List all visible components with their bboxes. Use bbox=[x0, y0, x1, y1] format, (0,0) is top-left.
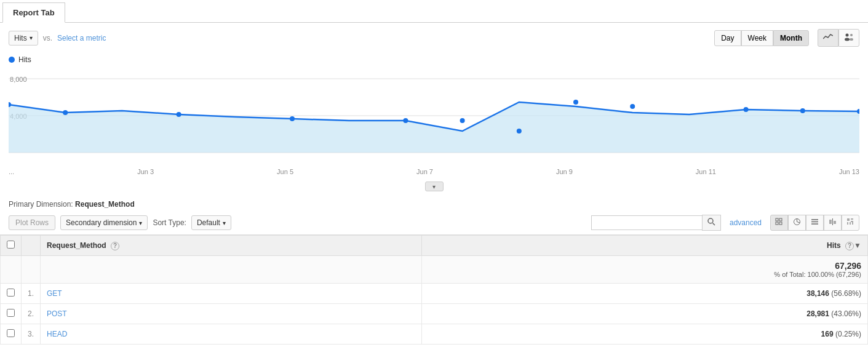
period-buttons: Day Week Month bbox=[714, 30, 809, 46]
x-label-0: ... bbox=[9, 168, 14, 175]
total-label-cell bbox=[41, 256, 422, 284]
svg-line-30 bbox=[797, 222, 800, 223]
view-buttons bbox=[770, 215, 859, 231]
svg-point-20 bbox=[800, 108, 805, 113]
total-hits-pct: % of Total: 100.00% (67,296) bbox=[428, 271, 861, 278]
secondary-dim-chevron-icon: ▾ bbox=[139, 220, 142, 226]
period-week-button[interactable]: Week bbox=[741, 30, 773, 46]
svg-rect-42 bbox=[852, 222, 853, 225]
secondary-dimension-button[interactable]: Secondary dimension ▾ bbox=[60, 215, 148, 230]
svg-rect-35 bbox=[829, 220, 832, 224]
svg-point-3 bbox=[850, 38, 853, 41]
x-label-1: Jun 3 bbox=[137, 168, 154, 175]
vs-label: vs. bbox=[43, 34, 52, 42]
method-help-icon[interactable]: ? bbox=[111, 242, 119, 250]
x-label-2: Jun 5 bbox=[277, 168, 293, 175]
plot-rows-button[interactable]: Plot Rows bbox=[9, 215, 55, 230]
list-icon bbox=[811, 218, 819, 226]
pie-view-button[interactable] bbox=[788, 215, 806, 231]
row1-method-link[interactable]: GET bbox=[47, 289, 62, 298]
compare-icon bbox=[829, 218, 837, 226]
row2-method-link[interactable]: POST bbox=[47, 309, 67, 318]
sort-type-chevron-icon: ▾ bbox=[223, 220, 226, 226]
total-checkbox-cell bbox=[1, 256, 22, 284]
svg-rect-41 bbox=[850, 222, 851, 225]
svg-rect-36 bbox=[834, 221, 836, 224]
svg-rect-24 bbox=[776, 218, 778, 221]
search-icon bbox=[707, 218, 715, 226]
row3-hits-pct: (0.25%) bbox=[835, 330, 861, 338]
row3-method-link[interactable]: HEAD bbox=[47, 330, 67, 338]
th-method: Request_Method ? bbox=[41, 236, 422, 256]
line-chart-view-button[interactable] bbox=[818, 29, 838, 47]
tab-bar: Report Tab bbox=[0, 0, 868, 23]
row1-hits-pct: (56.68%) bbox=[831, 289, 861, 298]
legend-dot bbox=[9, 57, 15, 63]
row2-hits-value: 28,981 bbox=[806, 309, 829, 318]
row3-hits-value: 169 bbox=[821, 330, 834, 338]
primary-dim-label: Primary Dimension: bbox=[9, 200, 73, 209]
advanced-link[interactable]: advanced bbox=[730, 218, 762, 227]
search-input[interactable] bbox=[591, 215, 702, 230]
collapse-chart-button[interactable]: ▾ bbox=[9, 179, 859, 194]
legend-label: Hits bbox=[18, 55, 31, 64]
svg-point-1 bbox=[845, 38, 850, 41]
table-row: 2. POST 28,981 (43.06%) bbox=[1, 304, 868, 324]
sort-type-button[interactable]: Default ▾ bbox=[191, 215, 231, 230]
svg-line-23 bbox=[712, 223, 715, 226]
hits-help-icon[interactable]: ? bbox=[845, 242, 854, 250]
table-row: 3. HEAD 169 (0.25%) bbox=[1, 324, 868, 345]
svg-point-13 bbox=[290, 116, 295, 121]
grid-view-button[interactable] bbox=[770, 215, 788, 231]
row3-checkbox[interactable] bbox=[7, 329, 15, 337]
search-button[interactable] bbox=[702, 215, 721, 231]
select-all-checkbox[interactable] bbox=[7, 241, 15, 249]
select-metric-link[interactable]: Select a metric bbox=[57, 34, 106, 42]
pivot-view-button[interactable] bbox=[842, 215, 859, 231]
svg-rect-40 bbox=[847, 222, 848, 225]
people-view-button[interactable] bbox=[838, 29, 859, 47]
compare-view-button[interactable] bbox=[824, 215, 842, 231]
period-month-button[interactable]: Month bbox=[773, 30, 809, 46]
chart-legend: Hits bbox=[9, 55, 859, 64]
search-box bbox=[591, 215, 721, 231]
report-tab[interactable]: Report Tab bbox=[2, 2, 65, 23]
svg-text:8,000: 8,000 bbox=[10, 76, 27, 83]
list-view-button[interactable] bbox=[806, 215, 824, 231]
table-row: 1. GET 38,146 (56.68%) bbox=[1, 284, 868, 304]
svg-point-2 bbox=[850, 34, 853, 36]
grid-icon bbox=[775, 218, 783, 226]
metric-selector[interactable]: Hits ▾ bbox=[9, 31, 38, 46]
total-num-cell bbox=[22, 256, 41, 284]
row1-method-cell: GET bbox=[41, 284, 422, 304]
chart-container: Hits 8,000 4,000 bbox=[0, 53, 868, 194]
table-total-row: 67,296 % of Total: 100.00% (67,296) bbox=[1, 256, 868, 284]
svg-rect-38 bbox=[851, 218, 853, 220]
svg-marker-9 bbox=[9, 102, 859, 153]
period-day-button[interactable]: Day bbox=[714, 30, 741, 46]
line-chart-icon bbox=[823, 33, 833, 41]
primary-dimension: Primary Dimension: Request_Method bbox=[0, 194, 868, 211]
row1-checkbox[interactable] bbox=[7, 289, 15, 297]
svg-point-12 bbox=[177, 112, 181, 117]
svg-point-16 bbox=[517, 129, 522, 134]
chart-view-buttons bbox=[818, 29, 859, 47]
row1-hits-value: 38,146 bbox=[806, 289, 829, 298]
row3-hits-cell: 169 (0.25%) bbox=[421, 324, 867, 345]
svg-rect-25 bbox=[779, 218, 782, 221]
row2-checkbox[interactable] bbox=[7, 309, 15, 317]
th-method-label: Request_Method bbox=[47, 241, 106, 250]
x-axis-labels: ... Jun 3 Jun 5 Jun 7 Jun 9 Jun 11 Jun 1… bbox=[9, 167, 859, 179]
total-hits-cell: 67,296 % of Total: 100.00% (67,296) bbox=[421, 256, 867, 284]
data-table: Request_Method ? Hits ? ▼ 67,296 % of To… bbox=[0, 235, 868, 345]
row2-hits-pct: (43.06%) bbox=[831, 309, 861, 318]
svg-point-15 bbox=[460, 118, 465, 123]
svg-point-11 bbox=[63, 110, 68, 115]
row3-num: 3. bbox=[22, 324, 41, 345]
svg-rect-37 bbox=[847, 218, 850, 221]
collapse-arrow-icon[interactable]: ▾ bbox=[425, 181, 444, 191]
sort-arrow-icon: ▼ bbox=[854, 241, 861, 250]
x-label-6: Jun 13 bbox=[839, 168, 859, 175]
svg-point-14 bbox=[403, 118, 408, 123]
chart-controls: Hits ▾ vs. Select a metric Day Week Mont… bbox=[0, 23, 868, 53]
